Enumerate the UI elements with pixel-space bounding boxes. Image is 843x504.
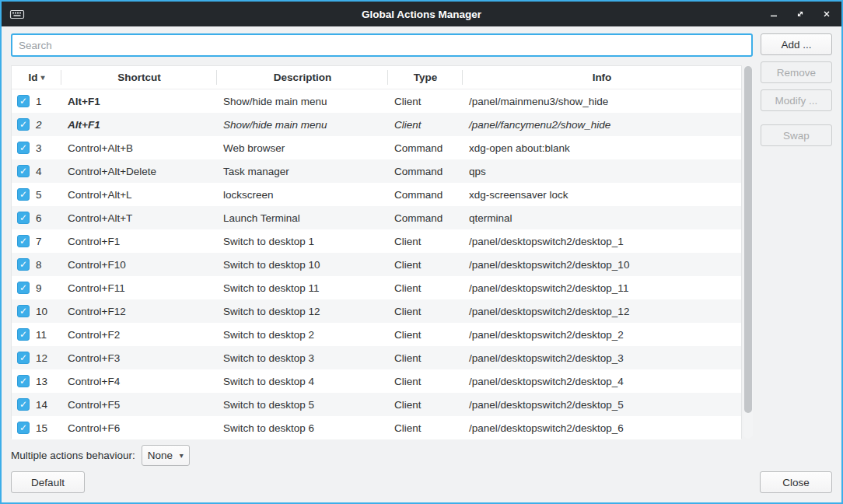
table-row[interactable]: ✓ 1 Alt+F1 Show/hide main menu Client /p…	[12, 89, 741, 113]
table-row[interactable]: ✓ 9 Control+F11 Switch to desktop 11 Cli…	[12, 276, 741, 299]
row-info: /panel/desktopswitch2/desktop_3	[463, 352, 741, 364]
table-row[interactable]: ✓ 7 Control+F1 Switch to desktop 1 Clien…	[12, 229, 741, 253]
minimize-button[interactable]	[767, 7, 781, 21]
dropdown-value: None	[148, 450, 173, 461]
actions-table: Id ▾ Shortcut Description Type Info ✓ 1 …	[11, 65, 753, 439]
row-shortcut: Control+Alt+Delete	[61, 166, 217, 177]
table-row[interactable]: ✓ 2 Alt+F1 Show/hide main menu Client /p…	[12, 113, 741, 136]
row-id: 14	[36, 399, 47, 411]
row-id-cell: ✓ 6	[12, 212, 61, 224]
row-type: Command	[388, 142, 463, 154]
row-checkbox[interactable]: ✓	[17, 422, 30, 434]
add-button[interactable]: Add ...	[761, 33, 832, 55]
column-header-type[interactable]: Type	[388, 66, 463, 89]
search-input[interactable]	[11, 33, 753, 57]
row-checkbox[interactable]: ✓	[17, 352, 30, 364]
table-row[interactable]: ✓ 11 Control+F2 Switch to desktop 2 Clie…	[12, 323, 741, 346]
row-description: Switch to desktop 10	[217, 259, 388, 271]
row-id-cell: ✓ 2	[12, 118, 61, 131]
row-id: 7	[36, 236, 42, 247]
row-id-cell: ✓ 8	[12, 258, 61, 271]
row-id-cell: ✓ 4	[12, 165, 61, 177]
multiple-actions-dropdown[interactable]: None ▾	[142, 445, 190, 466]
row-id: 1	[36, 96, 42, 107]
table-row[interactable]: ✓ 15 Control+F6 Switch to desktop 6 Clie…	[12, 416, 741, 439]
row-type: Command	[388, 189, 463, 201]
row-info: xdg-screensaver lock	[463, 189, 741, 201]
row-checkbox[interactable]: ✓	[17, 212, 30, 224]
row-checkbox[interactable]: ✓	[17, 258, 30, 271]
row-type: Command	[388, 212, 463, 224]
row-info: /panel/mainmenu3/show_hide	[463, 96, 741, 107]
default-button[interactable]: Default	[11, 471, 85, 493]
row-id: 4	[36, 166, 42, 177]
row-id-cell: ✓ 7	[12, 235, 61, 247]
window-title: Global Actions Manager	[2, 9, 841, 20]
action-buttons-panel: Add ... Remove Modify ... Swap	[761, 33, 832, 439]
row-id: 3	[36, 142, 42, 154]
row-id: 8	[36, 259, 42, 271]
column-header-shortcut[interactable]: Shortcut	[61, 66, 217, 89]
table-row[interactable]: ✓ 14 Control+F5 Switch to desktop 5 Clie…	[12, 393, 741, 416]
row-shortcut: Control+F10	[61, 259, 217, 271]
titlebar[interactable]: Global Actions Manager	[2, 2, 841, 26]
row-info: /panel/fancymenu2/show_hide	[463, 119, 741, 131]
row-checkbox[interactable]: ✓	[17, 282, 30, 294]
row-info: /panel/desktopswitch2/desktop_6	[463, 422, 741, 434]
remove-button[interactable]: Remove	[761, 61, 832, 83]
row-id-cell: ✓ 3	[12, 142, 61, 154]
row-id-cell: ✓ 11	[12, 328, 61, 341]
table-row[interactable]: ✓ 6 Control+Alt+T Launch Terminal Comman…	[12, 206, 741, 229]
maximize-button[interactable]	[793, 7, 807, 21]
table-row[interactable]: ✓ 8 Control+F10 Switch to desktop 10 Cli…	[12, 253, 741, 276]
row-type: Client	[388, 119, 463, 131]
close-button[interactable]	[820, 7, 834, 21]
row-description: lockscreen	[217, 189, 388, 201]
row-description: Switch to desktop 6	[217, 422, 388, 434]
row-checkbox[interactable]: ✓	[17, 398, 30, 411]
row-type: Client	[388, 329, 463, 341]
row-checkbox[interactable]: ✓	[17, 142, 30, 154]
sort-descending-icon: ▾	[40, 73, 44, 82]
column-header-info[interactable]: Info	[463, 66, 741, 89]
row-checkbox[interactable]: ✓	[17, 95, 30, 107]
row-info: /panel/desktopswitch2/desktop_12	[463, 306, 741, 317]
row-checkbox[interactable]: ✓	[17, 328, 30, 341]
row-type: Client	[388, 236, 463, 247]
row-description: Switch to desktop 11	[217, 282, 388, 294]
table-row[interactable]: ✓ 13 Control+F4 Switch to desktop 4 Clie…	[12, 369, 741, 393]
row-description: Web browser	[217, 142, 388, 154]
row-id: 2	[36, 119, 42, 131]
row-info: /panel/desktopswitch2/desktop_10	[463, 259, 741, 271]
swap-button[interactable]: Swap	[761, 124, 832, 146]
close-dialog-button[interactable]: Close	[760, 471, 832, 493]
column-header-description[interactable]: Description	[217, 66, 388, 89]
close-icon	[822, 9, 831, 19]
scrollbar-thumb[interactable]	[744, 66, 752, 413]
column-header-id[interactable]: Id ▾	[12, 66, 61, 89]
row-description: Switch to desktop 3	[217, 352, 388, 364]
row-checkbox[interactable]: ✓	[17, 235, 30, 247]
row-checkbox[interactable]: ✓	[17, 188, 30, 201]
modify-button[interactable]: Modify ...	[761, 89, 832, 111]
table-row[interactable]: ✓ 4 Control+Alt+Delete Task manager Comm…	[12, 159, 741, 183]
table-row[interactable]: ✓ 12 Control+F3 Switch to desktop 3 Clie…	[12, 346, 741, 369]
row-type: Client	[388, 259, 463, 271]
row-checkbox[interactable]: ✓	[17, 165, 30, 177]
row-description: Show/hide main menu	[217, 96, 388, 107]
table-row[interactable]: ✓ 3 Control+Alt+B Web browser Command xd…	[12, 136, 741, 159]
row-description: Switch to desktop 2	[217, 329, 388, 341]
dialog-button-row: Default Close	[11, 471, 832, 493]
row-checkbox[interactable]: ✓	[17, 118, 30, 131]
row-shortcut: Control+F1	[61, 236, 217, 247]
row-shortcut: Control+Alt+L	[61, 189, 217, 201]
multiple-actions-label: Multiple actions behaviour:	[11, 450, 135, 461]
row-description: Switch to desktop 1	[217, 236, 388, 247]
row-checkbox[interactable]: ✓	[17, 305, 30, 317]
row-checkbox[interactable]: ✓	[17, 375, 30, 387]
table-row[interactable]: ✓ 10 Control+F12 Switch to desktop 12 Cl…	[12, 299, 741, 323]
vertical-scrollbar[interactable]	[743, 65, 753, 439]
multiple-actions-row: Multiple actions behaviour: None ▾	[11, 445, 832, 466]
table-row[interactable]: ✓ 5 Control+Alt+L lockscreen Command xdg…	[12, 183, 741, 206]
row-description: Launch Terminal	[217, 212, 388, 224]
